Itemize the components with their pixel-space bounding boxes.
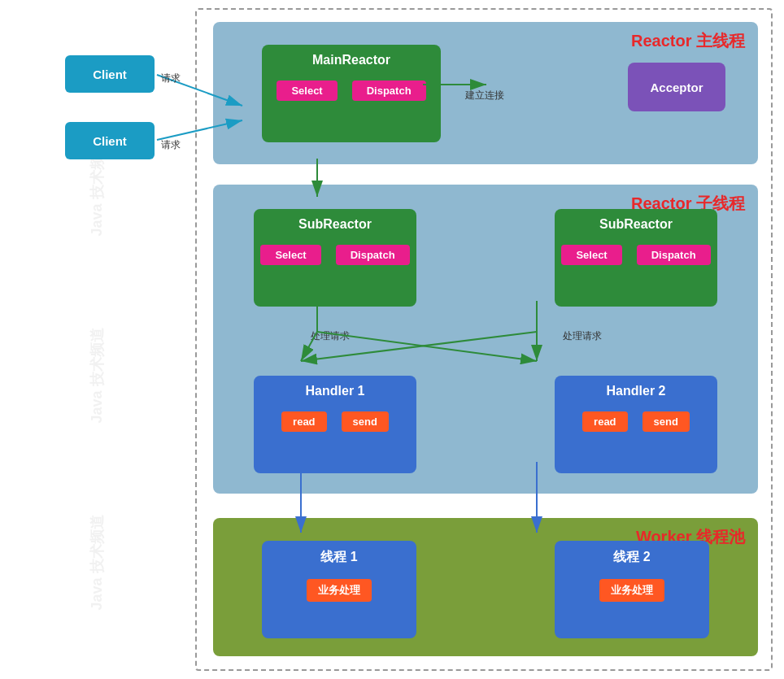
thread-1-box: 线程 1 业务处理 xyxy=(262,541,416,638)
reactor-main-section: Reactor 主线程 MainReactor Select Dispatch … xyxy=(213,22,758,164)
client-box-2: Client xyxy=(65,122,155,159)
sub-right-dispatch-button[interactable]: Dispatch xyxy=(637,245,711,265)
connect-label: 建立连接 xyxy=(465,89,504,102)
process-label-1: 处理请求 xyxy=(311,329,350,343)
handler-2-send-button[interactable]: send xyxy=(642,411,690,432)
thread-2-name: 线程 2 xyxy=(613,549,650,566)
sub-right-select-button[interactable]: Select xyxy=(561,245,621,265)
thread-2-buttons: 业务处理 xyxy=(599,579,664,602)
sub-reactor-right-name: SubReactor xyxy=(599,217,673,232)
handler-2-name: Handler 2 xyxy=(607,384,666,398)
main-reactor-buttons: Select Dispatch xyxy=(277,81,425,101)
main-dispatch-button[interactable]: Dispatch xyxy=(352,81,426,101)
thread-2-task-button[interactable]: 业务处理 xyxy=(599,579,664,602)
sub-reactor-left-box: SubReactor Select Dispatch xyxy=(254,209,416,307)
thread-1-buttons: 业务处理 xyxy=(307,579,372,602)
handler-2-buttons: read send xyxy=(582,411,690,432)
thread-1-task-button[interactable]: 业务处理 xyxy=(307,579,372,602)
main-container: Reactor 主线程 MainReactor Select Dispatch … xyxy=(195,8,773,671)
handler-1-name: Handler 1 xyxy=(306,384,365,398)
sub-reactor-right-buttons: Select Dispatch xyxy=(561,245,710,265)
watermark-3: Java 技术频道 xyxy=(87,515,107,610)
request-label-2: 请求 xyxy=(161,139,181,150)
sub-reactor-right-box: SubReactor Select Dispatch xyxy=(555,209,717,307)
handler-2-box: Handler 2 read send xyxy=(555,376,717,473)
sub-reactor-left-buttons: Select Dispatch xyxy=(260,245,409,265)
handler-1-box: Handler 1 read send xyxy=(254,376,416,473)
acceptor-box: Acceptor xyxy=(628,63,725,111)
watermark-1: Java 技术频道 xyxy=(87,328,107,423)
handler-1-send-button[interactable]: send xyxy=(342,411,389,432)
thread-1-name: 线程 1 xyxy=(320,549,357,566)
client-label-2: Client xyxy=(93,134,127,148)
sub-reactor-left-name: SubReactor xyxy=(298,217,372,232)
sub-left-select-button[interactable]: Select xyxy=(260,245,320,265)
thread-2-box: 线程 2 业务处理 xyxy=(555,541,709,638)
acceptor-label: Acceptor xyxy=(650,81,703,94)
main-reactor-name: MainReactor xyxy=(312,53,390,67)
client-label-1: Client xyxy=(93,67,127,81)
handler-1-read-button[interactable]: read xyxy=(281,411,326,432)
worker-section: Worker 线程池 线程 1 业务处理 线程 2 业务处理 xyxy=(213,518,758,656)
handler-1-buttons: read send xyxy=(281,411,389,432)
sub-left-dispatch-button[interactable]: Dispatch xyxy=(336,245,410,265)
main-reactor-box: MainReactor Select Dispatch xyxy=(262,45,441,142)
reactor-sub-section: Reactor 子线程 SubReactor Select Dispatch S… xyxy=(213,185,758,494)
process-label-2: 处理请求 xyxy=(563,329,602,343)
main-select-button[interactable]: Select xyxy=(277,81,337,101)
handler-2-read-button[interactable]: read xyxy=(582,411,627,432)
reactor-main-title: Reactor 主线程 xyxy=(631,30,745,52)
request-label-1: 请求 xyxy=(161,72,181,84)
client-box-1: Client xyxy=(65,55,155,93)
